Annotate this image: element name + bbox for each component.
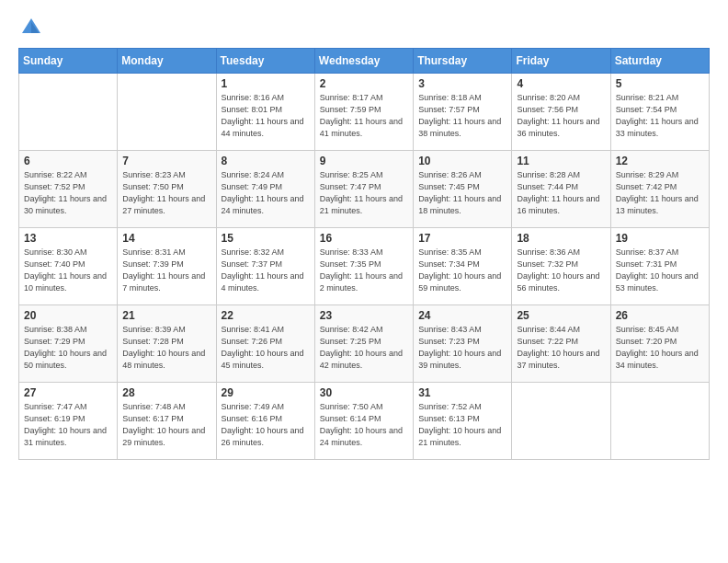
calendar-cell: 19Sunrise: 8:37 AM Sunset: 7:31 PM Dayli… xyxy=(610,228,709,305)
calendar-cell: 25Sunrise: 8:44 AM Sunset: 7:22 PM Dayli… xyxy=(512,305,610,383)
day-info: Sunrise: 7:50 AM Sunset: 6:14 PM Dayligh… xyxy=(320,401,408,449)
calendar-cell: 22Sunrise: 8:41 AM Sunset: 7:26 PM Dayli… xyxy=(216,305,314,383)
calendar-cell: 16Sunrise: 8:33 AM Sunset: 7:35 PM Dayli… xyxy=(314,228,413,305)
day-info: Sunrise: 7:47 AM Sunset: 6:19 PM Dayligh… xyxy=(24,401,112,449)
week-row-0: 1Sunrise: 8:16 AM Sunset: 8:01 PM Daylig… xyxy=(19,74,710,151)
calendar-cell xyxy=(610,383,709,460)
day-number: 25 xyxy=(517,309,605,322)
day-number: 8 xyxy=(222,155,310,167)
day-number: 1 xyxy=(222,77,310,90)
day-info: Sunrise: 7:49 AM Sunset: 6:16 PM Dayligh… xyxy=(222,401,310,449)
col-header-saturday: Saturday xyxy=(610,49,709,74)
day-info: Sunrise: 8:25 AM Sunset: 7:47 PM Dayligh… xyxy=(320,169,408,217)
day-info: Sunrise: 8:32 AM Sunset: 7:37 PM Dayligh… xyxy=(222,247,310,294)
day-number: 2 xyxy=(320,77,408,90)
day-info: Sunrise: 8:30 AM Sunset: 7:40 PM Dayligh… xyxy=(24,247,112,294)
day-info: Sunrise: 8:26 AM Sunset: 7:45 PM Dayligh… xyxy=(418,169,506,217)
calendar-cell: 5Sunrise: 8:21 AM Sunset: 7:54 PM Daylig… xyxy=(610,74,709,151)
day-info: Sunrise: 8:18 AM Sunset: 7:57 PM Dayligh… xyxy=(418,92,506,140)
day-number: 6 xyxy=(24,155,112,167)
day-number: 12 xyxy=(616,155,704,167)
calendar-cell: 14Sunrise: 8:31 AM Sunset: 7:39 PM Dayli… xyxy=(118,228,216,305)
calendar-cell: 8Sunrise: 8:24 AM Sunset: 7:49 PM Daylig… xyxy=(216,151,314,228)
calendar-cell: 31Sunrise: 7:52 AM Sunset: 6:13 PM Dayli… xyxy=(414,383,512,460)
calendar-header-row: SundayMondayTuesdayWednesdayThursdayFrid… xyxy=(19,49,710,74)
calendar-cell: 15Sunrise: 8:32 AM Sunset: 7:37 PM Dayli… xyxy=(216,228,314,305)
col-header-wednesday: Wednesday xyxy=(314,49,413,74)
day-number: 16 xyxy=(320,232,408,245)
day-info: Sunrise: 7:48 AM Sunset: 6:17 PM Dayligh… xyxy=(122,401,210,449)
day-info: Sunrise: 8:29 AM Sunset: 7:42 PM Dayligh… xyxy=(616,169,704,217)
calendar-cell: 9Sunrise: 8:25 AM Sunset: 7:47 PM Daylig… xyxy=(314,151,413,228)
day-number: 11 xyxy=(517,155,605,167)
calendar-cell: 21Sunrise: 8:39 AM Sunset: 7:28 PM Dayli… xyxy=(118,305,216,383)
day-info: Sunrise: 8:28 AM Sunset: 7:44 PM Dayligh… xyxy=(517,169,605,217)
day-info: Sunrise: 8:35 AM Sunset: 7:34 PM Dayligh… xyxy=(418,247,506,294)
day-number: 4 xyxy=(517,77,605,90)
calendar-cell: 1Sunrise: 8:16 AM Sunset: 8:01 PM Daylig… xyxy=(216,74,314,151)
calendar-cell: 13Sunrise: 8:30 AM Sunset: 7:40 PM Dayli… xyxy=(19,228,118,305)
calendar-cell: 18Sunrise: 8:36 AM Sunset: 7:32 PM Dayli… xyxy=(512,228,610,305)
calendar-cell: 30Sunrise: 7:50 AM Sunset: 6:14 PM Dayli… xyxy=(314,383,413,460)
day-number: 7 xyxy=(122,155,210,167)
calendar-cell: 23Sunrise: 8:42 AM Sunset: 7:25 PM Dayli… xyxy=(314,305,413,383)
day-number: 29 xyxy=(222,386,310,399)
calendar-cell: 3Sunrise: 8:18 AM Sunset: 7:57 PM Daylig… xyxy=(414,74,512,151)
day-number: 5 xyxy=(616,77,704,90)
day-info: Sunrise: 7:52 AM Sunset: 6:13 PM Dayligh… xyxy=(418,401,506,449)
day-number: 17 xyxy=(418,232,506,245)
day-number: 18 xyxy=(517,232,605,245)
calendar-cell: 28Sunrise: 7:48 AM Sunset: 6:17 PM Dayli… xyxy=(118,383,216,460)
day-number: 30 xyxy=(320,386,408,399)
day-number: 19 xyxy=(616,232,704,245)
calendar-table: SundayMondayTuesdayWednesdayThursdayFrid… xyxy=(18,48,710,460)
week-row-4: 27Sunrise: 7:47 AM Sunset: 6:19 PM Dayli… xyxy=(19,383,710,460)
col-header-monday: Monday xyxy=(118,49,216,74)
day-info: Sunrise: 8:22 AM Sunset: 7:52 PM Dayligh… xyxy=(24,169,112,217)
day-number: 9 xyxy=(320,155,408,167)
day-info: Sunrise: 8:24 AM Sunset: 7:49 PM Dayligh… xyxy=(222,169,310,217)
calendar-cell: 26Sunrise: 8:45 AM Sunset: 7:20 PM Dayli… xyxy=(610,305,709,383)
day-number: 13 xyxy=(24,232,112,245)
calendar-cell: 29Sunrise: 7:49 AM Sunset: 6:16 PM Dayli… xyxy=(216,383,314,460)
week-row-2: 13Sunrise: 8:30 AM Sunset: 7:40 PM Dayli… xyxy=(19,228,710,305)
day-info: Sunrise: 8:38 AM Sunset: 7:29 PM Dayligh… xyxy=(24,324,112,372)
calendar-cell: 24Sunrise: 8:43 AM Sunset: 7:23 PM Dayli… xyxy=(414,305,512,383)
day-info: Sunrise: 8:36 AM Sunset: 7:32 PM Dayligh… xyxy=(517,247,605,294)
calendar-cell: 12Sunrise: 8:29 AM Sunset: 7:42 PM Dayli… xyxy=(610,151,709,228)
calendar-cell xyxy=(118,74,216,151)
calendar-cell: 6Sunrise: 8:22 AM Sunset: 7:52 PM Daylig… xyxy=(19,151,118,228)
calendar-cell xyxy=(19,74,118,151)
col-header-thursday: Thursday xyxy=(414,49,512,74)
col-header-tuesday: Tuesday xyxy=(216,49,314,74)
day-number: 27 xyxy=(24,386,112,399)
calendar-cell: 4Sunrise: 8:20 AM Sunset: 7:56 PM Daylig… xyxy=(512,74,610,151)
day-number: 26 xyxy=(616,309,704,322)
day-info: Sunrise: 8:21 AM Sunset: 7:54 PM Dayligh… xyxy=(616,92,704,140)
day-number: 14 xyxy=(122,232,210,245)
day-info: Sunrise: 8:39 AM Sunset: 7:28 PM Dayligh… xyxy=(122,324,210,372)
day-number: 20 xyxy=(24,309,112,322)
day-number: 15 xyxy=(222,232,310,245)
day-number: 21 xyxy=(122,309,210,322)
calendar-cell: 7Sunrise: 8:23 AM Sunset: 7:50 PM Daylig… xyxy=(118,151,216,228)
day-number: 28 xyxy=(122,386,210,399)
week-row-1: 6Sunrise: 8:22 AM Sunset: 7:52 PM Daylig… xyxy=(19,151,710,228)
day-number: 23 xyxy=(320,309,408,322)
logo-icon xyxy=(18,15,44,40)
header xyxy=(18,15,710,40)
page: SundayMondayTuesdayWednesdayThursdayFrid… xyxy=(0,0,728,478)
calendar-cell: 17Sunrise: 8:35 AM Sunset: 7:34 PM Dayli… xyxy=(414,228,512,305)
day-info: Sunrise: 8:42 AM Sunset: 7:25 PM Dayligh… xyxy=(320,324,408,372)
day-number: 3 xyxy=(418,77,506,90)
day-info: Sunrise: 8:43 AM Sunset: 7:23 PM Dayligh… xyxy=(418,324,506,372)
day-number: 10 xyxy=(418,155,506,167)
day-info: Sunrise: 8:33 AM Sunset: 7:35 PM Dayligh… xyxy=(320,247,408,294)
col-header-sunday: Sunday xyxy=(19,49,118,74)
day-info: Sunrise: 8:23 AM Sunset: 7:50 PM Dayligh… xyxy=(122,169,210,217)
calendar-cell: 2Sunrise: 8:17 AM Sunset: 7:59 PM Daylig… xyxy=(314,74,413,151)
col-header-friday: Friday xyxy=(512,49,610,74)
day-number: 22 xyxy=(222,309,310,322)
logo xyxy=(18,15,48,40)
day-info: Sunrise: 8:37 AM Sunset: 7:31 PM Dayligh… xyxy=(616,247,704,294)
